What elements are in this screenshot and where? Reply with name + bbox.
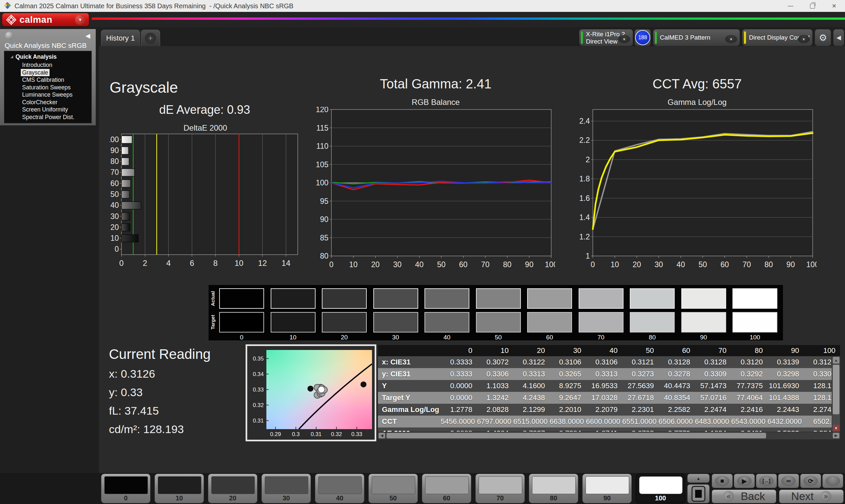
loop-icon: ⟳ xyxy=(804,475,818,486)
actual-swatch-70 xyxy=(579,288,623,309)
tree-root-quick-analysis[interactable]: ◢ Quick Analysis xyxy=(16,53,57,61)
target-swatch-100 xyxy=(733,312,777,332)
calman-menu-button[interactable]: calman ▼ xyxy=(2,13,89,26)
cie-ytick-0.34: 0.34 xyxy=(249,371,264,378)
meter-count-badge: 188 xyxy=(635,30,650,45)
svg-text:30: 30 xyxy=(654,260,663,269)
pattern-swatch xyxy=(104,476,148,494)
pattern-level-button-60[interactable]: 60 xyxy=(422,474,471,503)
scroll-left-icon[interactable]: ◀ xyxy=(379,433,385,438)
svg-text:1.6: 1.6 xyxy=(579,194,590,202)
table-column-header-0: 0 xyxy=(441,345,477,356)
table-cell: 0.3313 xyxy=(513,368,550,380)
pattern-level-button-0[interactable]: 0 xyxy=(101,474,151,503)
pattern-chevron-icon: ▼ xyxy=(725,35,737,43)
pattern-level-button-70[interactable]: 70 xyxy=(475,474,525,503)
add-tab-button[interactable]: + xyxy=(141,30,160,46)
pattern-swatch xyxy=(158,476,201,494)
table-cell: 2.2010 xyxy=(550,404,586,416)
svg-text:14: 14 xyxy=(282,258,291,268)
tree-expander-icon[interactable]: ◢ xyxy=(11,55,13,58)
tab-history-1[interactable]: History 1 xyxy=(101,30,140,46)
svg-text:90: 90 xyxy=(787,260,795,269)
pattern-level-button-20[interactable]: 20 xyxy=(208,474,258,503)
scroll-down-icon[interactable]: ▼ xyxy=(833,425,839,431)
strip-level-label-90: 90 xyxy=(681,334,726,341)
pattern-level-label: 70 xyxy=(476,494,525,502)
svg-text:40: 40 xyxy=(677,260,685,269)
svg-text:20: 20 xyxy=(110,223,119,232)
pattern-swatch xyxy=(639,476,683,494)
actual-swatch-100 xyxy=(733,288,777,309)
title-bar: Calman 2025 Calman Ultimate for Business… xyxy=(0,0,845,12)
back-label: Back xyxy=(741,490,765,503)
back-button[interactable]: «Back xyxy=(712,489,776,503)
pattern-level-label: 10 xyxy=(155,494,204,502)
play-button[interactable]: ▶ xyxy=(734,474,755,488)
next-button[interactable]: Next» xyxy=(779,489,844,503)
continuous-button[interactable]: ∞ xyxy=(778,474,799,488)
sidebar-item-saturation-sweeps[interactable]: Saturation Sweeps xyxy=(21,84,72,91)
stop-button[interactable]: ■ xyxy=(712,474,733,488)
display-control-dropdown[interactable]: Direct Display Control ▼ xyxy=(742,29,813,46)
table-cell: 6551.0000 xyxy=(622,416,658,428)
table-cell: 27.6718 xyxy=(622,392,658,404)
svg-text:0: 0 xyxy=(119,258,123,268)
svg-text:2.2: 2.2 xyxy=(579,136,590,144)
sidebar-collapse-button[interactable]: ◀ xyxy=(83,31,92,40)
pattern-level-button-80[interactable]: 80 xyxy=(529,474,578,503)
svg-text:12: 12 xyxy=(258,258,267,268)
sidebar-item-cms-calibration[interactable]: CMS Calibration xyxy=(21,76,65,84)
scroll-up-icon[interactable]: ▲ xyxy=(833,357,839,363)
pattern-level-label: 80 xyxy=(529,494,578,502)
minimize-button[interactable]: — xyxy=(780,0,802,12)
svg-text:100: 100 xyxy=(806,260,816,269)
calman-wordmark: calman xyxy=(19,15,52,25)
panel-collapse-button[interactable]: ◀ xyxy=(833,29,844,46)
pattern-level-label: 0 xyxy=(101,494,150,502)
total-gamma-readout: Total Gamma: 2.41 xyxy=(316,76,555,91)
table-cell: 40.8354 xyxy=(658,392,695,404)
svg-text:40: 40 xyxy=(415,260,424,269)
app-icon xyxy=(3,2,11,10)
table-cell: 2.2474 xyxy=(695,404,731,416)
pattern-generator-dropdown[interactable]: CalMED 3 Pattern Generator ▼ xyxy=(653,29,740,46)
sidebar-item-luminance-sweeps[interactable]: Luminance Sweeps xyxy=(21,91,74,98)
scroll-right-icon[interactable]: ▶ xyxy=(833,433,839,438)
table-cell: 16.9533 xyxy=(586,380,622,392)
pattern-level-label: 20 xyxy=(208,494,257,502)
table-horizontal-scrollbar[interactable]: ◀▶ xyxy=(378,432,840,439)
close-button[interactable]: ✕ xyxy=(823,0,845,12)
sidebar-knob-icon[interactable] xyxy=(5,32,13,40)
pattern-level-label: 100 xyxy=(636,494,685,502)
settings-button[interactable]: ⚙ xyxy=(815,29,831,46)
svg-text:95: 95 xyxy=(320,197,329,205)
pattern-level-button-100[interactable]: 100 xyxy=(636,474,685,503)
pattern-window-button[interactable] xyxy=(687,484,710,503)
sidebar-item-screen-uniformity[interactable]: Screen Uniformity xyxy=(21,106,69,113)
sidebar-item-colorchecker[interactable]: ColorChecker xyxy=(21,98,59,106)
restore-button[interactable] xyxy=(802,0,823,12)
vertical-scroll-thumb[interactable] xyxy=(833,365,839,414)
table-cell: 0.3313 xyxy=(586,368,622,380)
meter-dropdown[interactable]: X-Rite i1Pro 2 Direct View ▼ xyxy=(579,29,633,46)
table-row-label: y: CIE31 xyxy=(378,368,441,380)
sidebar-item-introduction[interactable]: Introduction xyxy=(21,61,53,69)
sidebar-item-grayscale[interactable]: Grayscale xyxy=(21,69,50,76)
sidebar-item-spectral-power-dist[interactable]: Spectral Power Dist. xyxy=(21,113,76,121)
pattern-level-button-10[interactable]: 10 xyxy=(155,474,204,503)
pattern-level-button-40[interactable]: 40 xyxy=(315,474,365,503)
loop-button[interactable]: ⟳ xyxy=(800,474,821,488)
pattern-level-button-90[interactable]: 90 xyxy=(582,474,632,503)
blank-button[interactable] xyxy=(822,474,843,488)
table-column-header-80: 80 xyxy=(731,345,768,356)
meter-count-button[interactable]: 188 xyxy=(634,29,651,46)
pattern-list-up-button[interactable]: ▲ xyxy=(687,474,710,483)
pattern-size-button[interactable]: [↔] xyxy=(756,474,777,488)
horizontal-scroll-thumb[interactable] xyxy=(387,433,766,438)
pattern-level-button-30[interactable]: 30 xyxy=(261,474,311,503)
table-row: CCT5456.00006797.00006515.00006638.00006… xyxy=(378,416,840,428)
table-cell: 6797.0000 xyxy=(477,416,513,428)
table-vertical-scrollbar[interactable]: ▲▼ xyxy=(832,356,840,432)
pattern-level-button-50[interactable]: 50 xyxy=(368,474,418,503)
